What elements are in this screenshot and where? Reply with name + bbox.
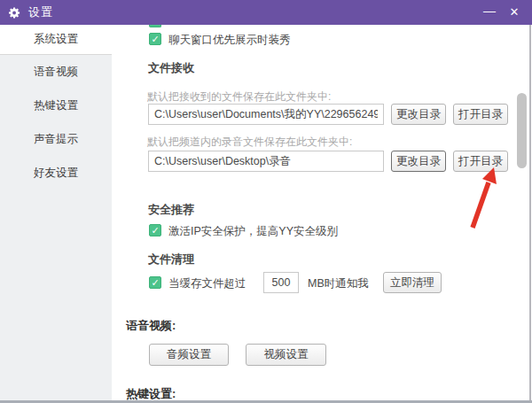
- cache-notify-checkbox[interactable]: ✓: [149, 276, 161, 289]
- cache-label-before: 当缓存文件超过: [168, 276, 246, 291]
- open-dir-button-receive[interactable]: 打开目录: [453, 104, 508, 125]
- cache-label-after: MB时通知我: [308, 276, 369, 291]
- chat-show-checkbox[interactable]: ✓: [149, 33, 161, 45]
- sidebar-item-sound-alerts[interactable]: 声音提示: [0, 122, 112, 156]
- gear-icon: [8, 6, 21, 19]
- security-header: 安全推荐: [148, 202, 194, 218]
- annotation-arrow-icon: [448, 159, 510, 235]
- audio-settings-button[interactable]: 音频设置: [149, 344, 229, 366]
- file-receive-header: 文件接收: [148, 60, 194, 76]
- receive-folder-label: 默认把接收到的文件保存在此文件夹中:: [147, 89, 331, 105]
- voice-video-header: 语音视频:: [126, 318, 176, 334]
- clean-now-button[interactable]: 立即清理: [383, 272, 442, 293]
- receive-folder-input[interactable]: [148, 104, 384, 125]
- scrollbar-thumb[interactable]: [517, 93, 527, 168]
- titlebar: 设置 — ✕: [0, 0, 532, 25]
- sidebar-item-system-settings[interactable]: 系统设置: [0, 25, 112, 55]
- record-folder-input[interactable]: [148, 151, 384, 172]
- window-title: 设置: [28, 4, 53, 20]
- cleanup-header: 文件清理: [148, 252, 194, 267]
- main-panel: ✓ 聊天窗口优先展示时装秀 文件接收 默认把接收到的文件保存在此文件夹中: 更改…: [112, 25, 532, 403]
- video-settings-button[interactable]: 视频设置: [246, 344, 326, 366]
- window-right-border: [529, 25, 531, 403]
- window-controls: — ✕: [477, 0, 527, 25]
- change-dir-button-receive[interactable]: 更改目录: [391, 104, 446, 125]
- sidebar-item-hotkey-settings[interactable]: 热键设置: [0, 89, 112, 122]
- minimize-button[interactable]: —: [477, 0, 502, 25]
- cache-threshold-input[interactable]: [263, 272, 299, 293]
- ip-protect-label: 激活IP安全保护，提高YY安全级别: [168, 224, 338, 239]
- chat-show-label: 聊天窗口优先展示时装秀: [168, 33, 291, 48]
- ip-protect-checkbox[interactable]: ✓: [149, 224, 161, 236]
- record-folder-label: 默认把频道内的录音文件保存在此文件夹中:: [147, 135, 352, 150]
- partial-checkbox: [149, 25, 161, 27]
- sidebar: 系统设置 语音视频 热键设置 声音提示 好友设置: [0, 25, 112, 403]
- sidebar-item-voice-video[interactable]: 语音视频: [0, 55, 112, 89]
- close-button[interactable]: ✕: [502, 0, 527, 25]
- sidebar-item-friend-settings[interactable]: 好友设置: [0, 156, 112, 190]
- change-dir-button-record[interactable]: 更改目录: [391, 151, 446, 172]
- settings-window: 设置 — ✕ 系统设置 语音视频 热键设置 声音提示 好友设置 ✓ 聊天窗口优先…: [0, 0, 532, 403]
